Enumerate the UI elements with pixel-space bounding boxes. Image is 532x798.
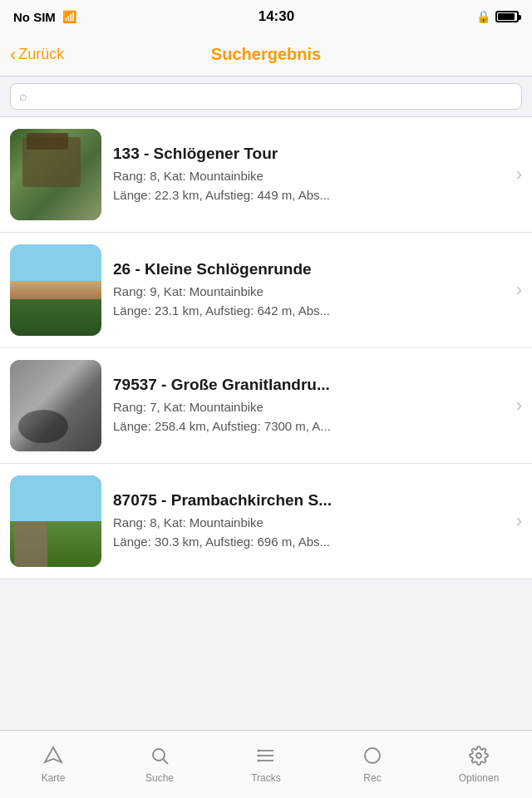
item-title: 79537 - Große Granitlandru...: [113, 376, 505, 394]
wifi-icon: 📶: [62, 10, 76, 23]
item-thumbnail: [10, 129, 101, 220]
search-icon: ⌕: [19, 89, 27, 104]
search-bar: ⌕: [0, 76, 532, 117]
status-left: No SIM 📶: [13, 10, 76, 24]
results-list: 133 - Schlögener Tour Rang: 8, Kat: Moun…: [0, 117, 532, 771]
tab-tracks-label: Tracks: [251, 772, 281, 784]
gear-icon: [469, 746, 489, 769]
list-item[interactable]: 87075 - Prambachkirchen S... Rang: 8, Ka…: [0, 464, 532, 579]
tab-bar: Karte Suche Tracks: [0, 730, 532, 798]
item-thumbnail: [10, 360, 101, 451]
item-subtitle1: Rang: 7, Kat: Mountainbike: [113, 398, 505, 417]
tab-tracks[interactable]: Tracks: [213, 746, 319, 784]
svg-point-10: [476, 753, 481, 758]
tab-suche[interactable]: Suche: [106, 746, 213, 784]
list-icon: [256, 746, 276, 769]
tab-optionen-label: Optionen: [459, 772, 500, 784]
search-input[interactable]: [34, 89, 513, 104]
chevron-right-icon: ›: [516, 510, 522, 532]
search-icon: [150, 746, 170, 769]
tab-karte[interactable]: Karte: [0, 746, 106, 784]
item-content: 133 - Schlögener Tour Rang: 8, Kat: Moun…: [113, 145, 505, 204]
svg-point-9: [365, 748, 380, 763]
item-subtitle1: Rang: 9, Kat: Mountainbike: [113, 283, 505, 302]
svg-point-8: [258, 759, 260, 761]
tab-rec-label: Rec: [363, 772, 381, 784]
search-input-wrapper[interactable]: ⌕: [10, 83, 522, 110]
chevron-right-icon: ›: [516, 164, 522, 185]
chevron-right-icon: ›: [516, 395, 522, 416]
item-title: 87075 - Prambachkirchen S...: [113, 491, 505, 510]
tab-optionen[interactable]: Optionen: [426, 746, 532, 784]
item-thumbnail: [10, 475, 101, 567]
battery-icon: [495, 11, 519, 22]
item-content: 87075 - Prambachkirchen S... Rang: 8, Ka…: [113, 491, 505, 551]
item-subtitle1: Rang: 8, Kat: Mountainbike: [113, 167, 505, 186]
chevron-left-icon: ‹: [10, 46, 16, 64]
item-thumbnail: [10, 244, 101, 336]
page-title: Suchergebnis: [211, 45, 321, 64]
svg-line-2: [164, 759, 169, 764]
nav-bar: ‹ Zurück Suchergebnis: [0, 33, 532, 76]
item-title: 133 - Schlögener Tour: [113, 145, 505, 163]
item-subtitle2: Länge: 258.4 km, Aufstieg: 7300 m, A...: [113, 417, 505, 436]
back-button[interactable]: ‹ Zurück: [10, 46, 64, 64]
item-content: 26 - Kleine Schlögenrunde Rang: 9, Kat: …: [113, 260, 505, 320]
item-subtitle2: Länge: 22.3 km, Aufstieg: 449 m, Abs...: [113, 186, 505, 205]
svg-point-7: [258, 754, 260, 756]
list-item[interactable]: 133 - Schlögener Tour Rang: 8, Kat: Moun…: [0, 117, 532, 233]
svg-point-6: [258, 749, 260, 751]
item-title: 26 - Kleine Schlögenrunde: [113, 260, 505, 278]
tab-rec[interactable]: Rec: [319, 746, 426, 784]
circle-icon: [362, 746, 382, 769]
navigation-icon: [43, 746, 63, 769]
back-label: Zurück: [18, 46, 64, 63]
status-right: 🔒: [476, 10, 519, 23]
tab-suche-label: Suche: [145, 772, 174, 784]
lock-icon: 🔒: [476, 10, 490, 23]
item-subtitle1: Rang: 8, Kat: Mountainbike: [113, 514, 505, 533]
chevron-right-icon: ›: [516, 279, 522, 301]
item-subtitle2: Länge: 23.1 km, Aufstieg: 642 m, Abs...: [113, 302, 505, 321]
item-content: 79537 - Große Granitlandru... Rang: 7, K…: [113, 376, 505, 436]
list-item[interactable]: 26 - Kleine Schlögenrunde Rang: 9, Kat: …: [0, 233, 532, 348]
carrier-text: No SIM: [13, 10, 56, 24]
tab-karte-label: Karte: [42, 772, 66, 784]
item-subtitle2: Länge: 30.3 km, Aufstieg: 696 m, Abs...: [113, 533, 505, 552]
svg-point-1: [153, 749, 165, 761]
svg-marker-0: [45, 747, 62, 762]
status-time: 14:30: [259, 8, 294, 25]
status-bar: No SIM 📶 14:30 🔒: [0, 0, 532, 33]
list-item[interactable]: 79537 - Große Granitlandru... Rang: 7, K…: [0, 348, 532, 464]
